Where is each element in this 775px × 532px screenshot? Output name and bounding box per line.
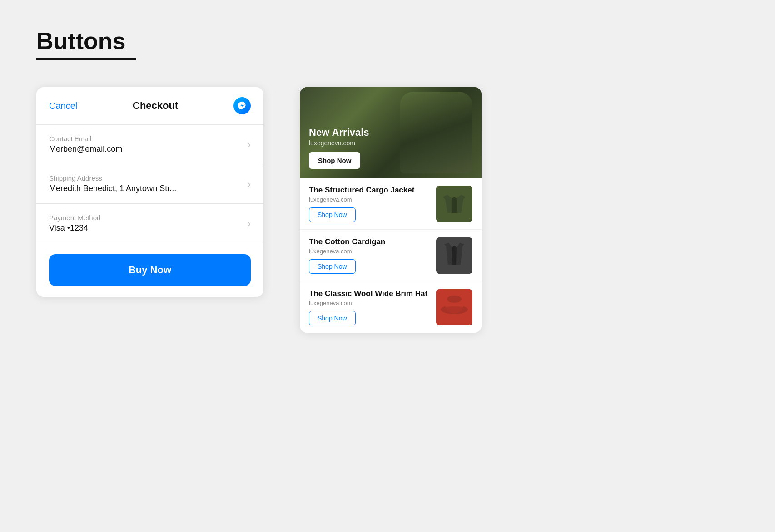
chevron-right-icon: › (248, 139, 251, 150)
product-item: The Structured Cargo Jacket luxegeneva.c… (300, 178, 482, 230)
product-shop-now-button[interactable]: Shop Now (309, 259, 356, 274)
svg-point-6 (441, 306, 468, 313)
messenger-icon[interactable] (233, 97, 251, 114)
svg-point-5 (447, 296, 462, 303)
product-item: The Classic Wool Wide Brim Hat luxegenev… (300, 281, 482, 333)
hat-svg (436, 289, 472, 325)
cards-row: Cancel Checkout Contact Email Merben@ema… (36, 87, 739, 333)
messenger-svg (237, 101, 247, 111)
cardigan-svg (436, 237, 472, 274)
cardigan-image (436, 237, 472, 274)
product-shop-now-button[interactable]: Shop Now (309, 311, 356, 325)
shop-card: New Arrivals luxegeneva.com Shop Now The… (300, 87, 482, 333)
shipping-address-value: Meredith Benedict, 1 Anytown Str... (49, 184, 176, 193)
payment-method-row[interactable]: Payment Method Visa •1234 › (36, 204, 263, 243)
product-site: luxegeneva.com (309, 196, 430, 203)
chevron-right-icon: › (248, 179, 251, 189)
shipping-address-label: Shipping Address (49, 174, 176, 182)
shipping-address-row[interactable]: Shipping Address Meredith Benedict, 1 An… (36, 164, 263, 204)
hero-shop-now-button[interactable]: Shop Now (309, 152, 360, 169)
chevron-right-icon: › (248, 218, 251, 229)
product-info: The Structured Cargo Jacket luxegeneva.c… (309, 185, 430, 222)
hero-jacket-image (400, 92, 472, 173)
contact-email-row[interactable]: Contact Email Merben@email.com › (36, 125, 263, 164)
cancel-button[interactable]: Cancel (49, 101, 77, 111)
product-info: The Classic Wool Wide Brim Hat luxegenev… (309, 289, 430, 325)
product-info: The Cotton Cardigan luxegeneva.com Shop … (309, 237, 430, 274)
product-name: The Classic Wool Wide Brim Hat (309, 289, 430, 299)
hero-subtitle: luxegeneva.com (309, 139, 369, 147)
product-item: The Cotton Cardigan luxegeneva.com Shop … (300, 230, 482, 281)
hero-title: New Arrivals (309, 127, 369, 138)
product-site: luxegeneva.com (309, 248, 430, 255)
hat-image (436, 289, 472, 325)
hero-content: New Arrivals luxegeneva.com Shop Now (309, 127, 369, 169)
product-thumbnail (436, 186, 472, 222)
contact-email-value: Merben@email.com (49, 144, 122, 154)
checkout-title: Checkout (133, 100, 178, 112)
buy-now-button[interactable]: Buy Now (49, 254, 251, 286)
checkout-card: Cancel Checkout Contact Email Merben@ema… (36, 87, 263, 297)
cargo-jacket-image (436, 186, 472, 222)
title-underline (36, 58, 136, 60)
payment-method-label: Payment Method (49, 214, 100, 222)
hero-banner: New Arrivals luxegeneva.com Shop Now (300, 87, 482, 178)
product-thumbnail (436, 289, 472, 325)
product-name: The Cotton Cardigan (309, 237, 430, 247)
product-thumbnail (436, 237, 472, 274)
cargo-jacket-svg (436, 186, 472, 222)
product-site: luxegeneva.com (309, 300, 430, 306)
product-shop-now-button[interactable]: Shop Now (309, 207, 356, 222)
checkout-header: Cancel Checkout (36, 87, 263, 125)
contact-email-label: Contact Email (49, 135, 122, 143)
product-name: The Structured Cargo Jacket (309, 185, 430, 195)
payment-method-value: Visa •1234 (49, 223, 100, 233)
page-title: Buttons (36, 27, 739, 54)
